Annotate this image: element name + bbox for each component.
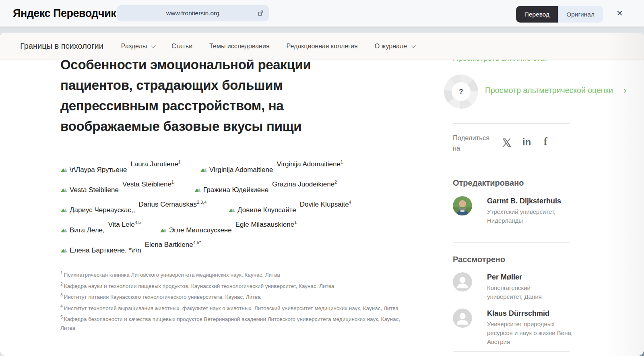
broken-image-icon (200, 167, 208, 173)
affiliations-list: 1Психиатрическая клиника Литовского унив… (60, 268, 403, 333)
nav-item-sections[interactable]: Разделы (121, 43, 155, 50)
author-affil-sup: 1 (294, 220, 297, 225)
editor-affiliation: Утрехтский университет, Нидерланды (487, 207, 574, 225)
author-name-en[interactable]: Egle Milasauskiene1 (235, 220, 297, 229)
author-name-ru[interactable]: Дариус Чернаускас,, (70, 206, 135, 214)
view-altmetric-link[interactable]: Просмотр альтметрической оценки (485, 86, 613, 95)
reviewer-affiliation: Копенгагенский университет, Дания (487, 284, 559, 301)
author-name-ru[interactable]: Довиле Клупсайте (237, 206, 296, 214)
author-name-en[interactable]: Dovile Klupsaite4 (300, 200, 351, 209)
affiliation-item: 2Кафедра науки и технологии пищевых прод… (60, 279, 403, 291)
journal-nav: Границы в психологии Разделы Статьи Темы… (0, 33, 644, 60)
author-item[interactable]: Эгле Миласаускене Egle Milasauskiene1 (160, 220, 297, 234)
author-item[interactable]: Virginija Adomaitiene Virginija Adomaiti… (200, 159, 343, 174)
reviewer-name[interactable]: Per Møller (487, 273, 522, 281)
author-name-ru[interactable]: Vesta Steibliene (70, 186, 119, 194)
affiliation-item: 4Институт технологий выращивания животны… (60, 302, 403, 313)
broken-image-icon (194, 187, 202, 193)
author-item[interactable]: Елена Барткиене, *\r\n Elena Bartkiene4,… (60, 240, 201, 255)
author-name-ru[interactable]: Эгле Миласаускене (169, 226, 232, 234)
editor-item: Garmt B. Dijksterhuis Утрехтский универс… (453, 196, 574, 236)
affiliation-item: 3Институт питания Каунасского технологич… (60, 290, 403, 302)
edited-by-heading: Отредактировано (453, 178, 524, 188)
divider (453, 351, 570, 352)
original-tab[interactable]: Оригинал (558, 6, 603, 23)
author-item[interactable]: Vesta Steibliene Vesta Steibliene1 (60, 180, 174, 194)
author-affil-sup: 2 (334, 180, 337, 184)
chevron-right-icon[interactable]: › (623, 85, 626, 96)
translated-url[interactable]: www.frontiersin.org (166, 10, 219, 17)
translated-url-pill[interactable]: www.frontiersin.org (117, 5, 269, 21)
author-name-ru[interactable]: Virginija Adomaitiene (209, 166, 273, 174)
author-item[interactable]: Довиле Клупсайте Dovile Klupsaite4 (228, 200, 351, 214)
altmetric-question-mark: ? (452, 82, 471, 101)
author-name-en[interactable]: Vesta Steibliene1 (122, 180, 174, 188)
divider (453, 166, 570, 166)
author-name-ru[interactable]: Вита Леле, (70, 226, 105, 234)
nav-item-articles[interactable]: Статьи (171, 43, 192, 50)
broken-image-icon (60, 207, 69, 213)
broken-image-icon (60, 227, 69, 234)
translated-page: Особенности эмоциональной реакции пациен… (0, 33, 644, 356)
person-avatar-placeholder-icon[interactable] (453, 308, 472, 328)
author-name-en[interactable]: Elena Bartkiene4,5* (145, 240, 201, 249)
broken-image-icon (228, 207, 237, 213)
author-name-ru[interactable]: Гражина Юдейкиене (203, 186, 268, 194)
author-name-en[interactable]: Darius Cernauskas2,3,4 (138, 200, 206, 209)
reviewer-affiliation: Университет природных ресурсов и наук о … (487, 320, 578, 346)
author-name-en[interactable]: Grazina Juodeikiene2 (272, 180, 337, 188)
translated-tab[interactable]: Перевод (516, 6, 558, 23)
share-x-icon[interactable] (502, 137, 512, 149)
yandex-translate-logo[interactable]: Яндекс Переводчик (13, 7, 116, 20)
broken-image-icon (60, 247, 69, 254)
author-item[interactable]: Вита Леле, Vita Lele4,5 (60, 220, 141, 234)
translator-bar: Яндекс Переводчик www.frontiersin.org Пе… (0, 0, 644, 27)
article-title: Особенности эмоциональной реакции пациен… (60, 54, 347, 137)
share-facebook-icon[interactable]: f (544, 135, 547, 148)
broken-image-icon (60, 167, 69, 173)
external-link-icon[interactable] (257, 10, 264, 17)
nav-item-editorial-board[interactable]: Редакционная коллегия (287, 43, 358, 50)
author-affil-sup: 2,3,4 (197, 200, 206, 205)
author-name-en[interactable]: Vita Lele4,5 (108, 220, 141, 229)
divider (453, 123, 570, 124)
editor-avatar[interactable] (453, 196, 472, 215)
reviewed-by-heading: Рассмотрено (453, 255, 505, 264)
share-linkedin-icon[interactable]: in (522, 137, 531, 148)
author-name-ru[interactable]: Елена Барткиене, *\r\n (70, 246, 141, 255)
divider (453, 242, 570, 243)
close-icon[interactable]: ✕ (616, 8, 623, 18)
person-avatar-placeholder-icon[interactable] (453, 272, 472, 292)
broken-image-icon (60, 187, 69, 193)
affiliation-item: 5Кафедра безопасности и качества пищевых… (60, 313, 403, 333)
card-right-shadow (608, 33, 644, 356)
chevron-down-icon (411, 43, 416, 48)
affiliation-item: 1Психиатрическая клиника Литовского унив… (60, 268, 403, 279)
nav-item-research-topics[interactable]: Темы исследования (209, 43, 269, 50)
reviewer-item: Per Møller Копенгагенский университет, Д… (453, 272, 574, 308)
journal-title[interactable]: Границы в психологии (20, 41, 103, 51)
reviewer-name[interactable]: Klaus Dürrschmid (487, 309, 549, 318)
author-name-en[interactable]: Virginija Adomaitiene1 (277, 159, 343, 168)
share-on-label: Поделиться на (453, 132, 497, 153)
translate-toggle: Перевод Оригинал (516, 6, 603, 23)
author-name-ru[interactable]: \r\Лаура Ярутьене (70, 166, 127, 174)
author-item[interactable]: Дариус Чернаускас,, Darius Cernauskas2,3… (60, 200, 206, 214)
author-affil-sup: 1 (171, 180, 174, 184)
author-affil-sup: 1 (178, 159, 181, 164)
nav-item-about[interactable]: О журнале (375, 43, 415, 50)
author-item[interactable]: Гражина Юдейкиене Grazina Juodeikiene2 (194, 180, 337, 194)
reviewer-item: Klaus Dürrschmid Университет природных р… (453, 308, 574, 353)
chevron-down-icon (151, 43, 156, 48)
altmetric-donut[interactable]: ? (444, 75, 478, 109)
author-name-en[interactable]: Laura Jarutiene1 (130, 159, 180, 168)
author-affil-sup: 1 (341, 159, 343, 164)
broken-image-icon (160, 227, 168, 234)
author-item[interactable]: \r\Лаура Ярутьене Laura Jarutiene1 (60, 159, 181, 174)
author-affil-sup: 4 (349, 200, 351, 205)
author-affil-sup: 4,5* (193, 240, 201, 245)
editor-name[interactable]: Garmt B. Dijksterhuis (487, 197, 561, 205)
author-affil-sup: 4,5 (135, 220, 141, 225)
